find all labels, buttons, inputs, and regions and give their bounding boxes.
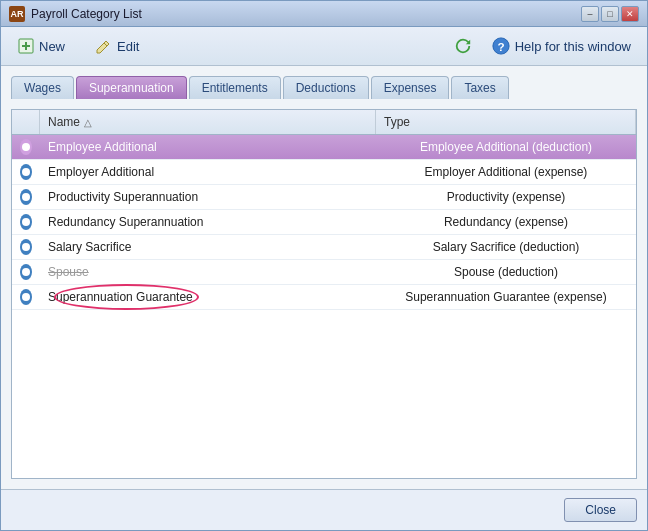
- row-name-cell: Productivity Superannuation: [40, 186, 376, 208]
- title-bar-left: AR Payroll Category List: [9, 6, 142, 22]
- row-name-cell: Spouse: [40, 261, 376, 283]
- row-type-cell: Superannuation Guarantee (expense): [376, 286, 636, 308]
- row-icon-cell: [12, 235, 40, 259]
- new-button[interactable]: New: [11, 34, 71, 58]
- footer: Close: [1, 489, 647, 530]
- help-label: Help for this window: [515, 39, 631, 54]
- minimize-button[interactable]: –: [581, 6, 599, 22]
- row-status-icon: [20, 264, 32, 280]
- refresh-button[interactable]: [447, 33, 479, 59]
- row-name-cell: Employee Additional: [40, 136, 376, 158]
- row-type-cell: Redundancy (expense): [376, 211, 636, 233]
- title-bar: AR Payroll Category List – □ ✕: [1, 1, 647, 27]
- table-body: Employee Additional Employee Additional …: [12, 135, 636, 478]
- app-icon: AR: [9, 6, 25, 22]
- row-status-icon: [20, 289, 32, 305]
- svg-text:?: ?: [497, 40, 504, 53]
- row-icon-cell: [12, 260, 40, 284]
- table-row[interactable]: Redundancy Superannuation Redundancy (ex…: [12, 210, 636, 235]
- column-header-name[interactable]: Name △: [40, 110, 376, 134]
- row-icon-cell: [12, 185, 40, 209]
- sort-arrow: △: [84, 117, 92, 128]
- row-name-cell: Salary Sacrifice: [40, 236, 376, 258]
- row-type-cell: Spouse (deduction): [376, 261, 636, 283]
- edit-icon: [93, 36, 113, 56]
- tabs-bar: Wages Superannuation Entitlements Deduct…: [11, 76, 637, 99]
- title-bar-controls: – □ ✕: [581, 6, 639, 22]
- row-status-icon: [20, 239, 32, 255]
- table-row[interactable]: Salary Sacrifice Salary Sacrifice (deduc…: [12, 235, 636, 260]
- table-row[interactable]: Employee Additional Employee Additional …: [12, 135, 636, 160]
- edit-button[interactable]: Edit: [87, 33, 145, 59]
- row-type-cell: Employee Additional (deduction): [376, 136, 636, 158]
- row-icon-cell: [12, 285, 40, 309]
- maximize-button[interactable]: □: [601, 6, 619, 22]
- window-title: Payroll Category List: [31, 7, 142, 21]
- row-name-cell: Employer Additional: [40, 161, 376, 183]
- data-table: Name △ Type Employee Additional Employee…: [11, 109, 637, 479]
- tab-wages[interactable]: Wages: [11, 76, 74, 99]
- toolbar-right: ? Help for this window: [447, 33, 637, 59]
- refresh-icon: [453, 36, 473, 56]
- table-row[interactable]: Spouse Spouse (deduction): [12, 260, 636, 285]
- tab-superannuation[interactable]: Superannuation: [76, 76, 187, 99]
- toolbar-left: New Edit: [11, 33, 145, 59]
- tab-expenses[interactable]: Expenses: [371, 76, 450, 99]
- tab-deductions[interactable]: Deductions: [283, 76, 369, 99]
- tab-entitlements[interactable]: Entitlements: [189, 76, 281, 99]
- row-icon-cell: [12, 160, 40, 184]
- column-header-type[interactable]: Type: [376, 110, 636, 134]
- row-name-cell: Superannuation Guarantee: [40, 286, 376, 308]
- row-type-cell: Productivity (expense): [376, 186, 636, 208]
- table-row[interactable]: Employer Additional Employer Additional …: [12, 160, 636, 185]
- table-row[interactable]: Productivity Superannuation Productivity…: [12, 185, 636, 210]
- toolbar: New Edit: [1, 27, 647, 66]
- window-close-button[interactable]: ✕: [621, 6, 639, 22]
- row-type-cell: Salary Sacrifice (deduction): [376, 236, 636, 258]
- column-header-icon: [12, 110, 40, 134]
- row-status-icon: [20, 214, 32, 230]
- row-status-icon: [20, 164, 32, 180]
- row-icon-cell: [12, 210, 40, 234]
- row-status-icon: [20, 139, 32, 155]
- table-row[interactable]: Superannuation Guarantee Superannuation …: [12, 285, 636, 310]
- close-button[interactable]: Close: [564, 498, 637, 522]
- main-window: AR Payroll Category List – □ ✕ New: [0, 0, 648, 531]
- row-name-cell: Redundancy Superannuation: [40, 211, 376, 233]
- content-area: Wages Superannuation Entitlements Deduct…: [1, 66, 647, 489]
- table-header: Name △ Type: [12, 110, 636, 135]
- tab-taxes[interactable]: Taxes: [451, 76, 508, 99]
- new-label: New: [39, 39, 65, 54]
- row-status-icon: [20, 189, 32, 205]
- help-button[interactable]: ? Help for this window: [485, 33, 637, 59]
- row-type-cell: Employer Additional (expense): [376, 161, 636, 183]
- new-icon: [17, 37, 35, 55]
- row-icon-cell: [12, 135, 40, 159]
- edit-label: Edit: [117, 39, 139, 54]
- help-icon: ?: [491, 36, 511, 56]
